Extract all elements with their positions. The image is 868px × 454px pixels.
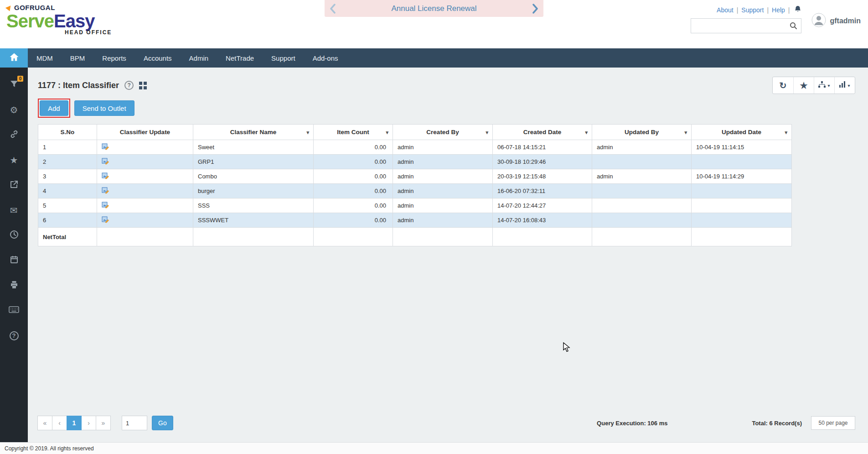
nav-item-reports[interactable]: Reports xyxy=(93,48,135,68)
cell-created-by: admin xyxy=(393,198,493,213)
wordmark-easy: Easy xyxy=(54,11,94,31)
nav-item-bpm[interactable]: BPM xyxy=(62,48,94,68)
next-page-button[interactable]: › xyxy=(81,416,96,430)
sort-caret-icon[interactable]: ▾ xyxy=(386,129,388,135)
hierarchy-view-button[interactable]: ▾ xyxy=(814,77,834,94)
column-header-created-by[interactable]: Created By▾ xyxy=(393,125,493,140)
cell-sno: 3 xyxy=(38,169,97,184)
cell-updated-date xyxy=(692,213,792,228)
add-button-highlight: Add xyxy=(38,99,70,118)
sort-caret-icon[interactable]: ▾ xyxy=(306,129,309,135)
cell-updated-date xyxy=(692,198,792,213)
sort-caret-icon[interactable]: ▾ xyxy=(785,129,787,135)
table-header-row: S.No Classifier Update Classifier Name▾ … xyxy=(38,125,792,140)
first-page-button[interactable]: « xyxy=(37,416,52,430)
print-button[interactable] xyxy=(0,273,28,298)
cell-classifier-name: Sweet xyxy=(193,140,314,155)
classifier-update-icon[interactable] xyxy=(102,172,109,179)
classifier-update-icon[interactable] xyxy=(102,201,109,209)
cell-updated-date xyxy=(692,184,792,198)
cell-created-by: admin xyxy=(393,155,493,169)
nav-item-admin[interactable]: Admin xyxy=(181,48,217,68)
help-link[interactable]: Help xyxy=(772,6,785,14)
classifier-update-icon[interactable] xyxy=(102,216,109,223)
top-header: GOFRUGAL ServeEasy HEAD OFFICE Annual Li… xyxy=(0,0,868,48)
cell-created-date: 14-07-20 16:08:43 xyxy=(493,213,592,228)
cell-empty xyxy=(193,228,314,246)
per-page-select[interactable]: 50 per page xyxy=(811,416,855,430)
classifier-update-icon[interactable] xyxy=(102,143,109,150)
link-separator: | xyxy=(767,6,769,14)
current-page-button[interactable]: 1 xyxy=(67,416,82,430)
table-row[interactable]: 3 Combo 0.00 admin 20-03-19 12:15:48 adm… xyxy=(38,169,792,184)
chart-view-button[interactable]: ▾ xyxy=(834,77,855,94)
column-header-created-date[interactable]: Created Date▾ xyxy=(493,125,592,140)
search-input[interactable] xyxy=(695,22,790,29)
classifier-update-icon[interactable] xyxy=(102,187,109,194)
links-button[interactable] xyxy=(0,122,28,147)
user-menu[interactable]: gftadmin xyxy=(811,13,861,29)
column-header-updated-date[interactable]: Updated Date▾ xyxy=(692,125,792,140)
total-records-label: Total: 6 Record(s) xyxy=(752,420,802,427)
refresh-button[interactable]: ↻ xyxy=(773,77,793,94)
page-help-icon[interactable]: ? xyxy=(124,81,134,90)
column-label: Updated By xyxy=(625,129,659,136)
cell-empty xyxy=(493,228,592,246)
table-row[interactable]: 6 SSSWWET 0.00 admin 14-07-20 16:08:43 xyxy=(38,213,792,228)
table-row[interactable]: 4 burger 0.00 admin 16-06-20 07:32:11 xyxy=(38,184,792,198)
column-header-classifier-name[interactable]: Classifier Name▾ xyxy=(193,125,314,140)
help-button[interactable]: ? xyxy=(0,323,28,348)
nav-item-addons[interactable]: Add-ons xyxy=(304,48,347,68)
share-button[interactable] xyxy=(0,172,28,198)
cell-classifier-update xyxy=(97,155,193,169)
cell-updated-by xyxy=(592,213,692,228)
support-link[interactable]: Support xyxy=(741,6,764,14)
column-header-updated-by[interactable]: Updated By▾ xyxy=(592,125,692,140)
sort-caret-icon[interactable]: ▾ xyxy=(486,129,488,135)
top-links: About | Support | Help | xyxy=(717,5,801,15)
mail-button[interactable]: ✉ xyxy=(0,198,28,223)
username-label: gftadmin xyxy=(830,17,861,25)
last-page-button[interactable]: » xyxy=(96,416,111,430)
export-button[interactable] xyxy=(0,248,28,273)
settings-button[interactable]: ⚙ xyxy=(0,97,28,122)
home-button[interactable] xyxy=(0,48,28,68)
favorite-button[interactable]: ★ xyxy=(793,77,814,94)
nav-item-nettrade[interactable]: NetTrade xyxy=(217,48,263,68)
classifier-update-icon[interactable] xyxy=(102,157,109,165)
column-header-item-count[interactable]: Item Count▾ xyxy=(314,125,393,140)
sort-caret-icon[interactable]: ▾ xyxy=(585,129,588,135)
banner-next-icon[interactable] xyxy=(532,4,538,14)
table-row[interactable]: 5 SSS 0.00 admin 14-07-20 12:44:27 xyxy=(38,198,792,213)
cell-classifier-update xyxy=(97,169,193,184)
page-grid-icon[interactable] xyxy=(139,82,147,89)
print-icon xyxy=(10,280,19,291)
sort-caret-icon[interactable]: ▾ xyxy=(684,129,687,135)
net-total-row: NetTotal xyxy=(38,228,792,246)
banner-prev-icon[interactable] xyxy=(330,4,336,14)
cell-item-count: 0.00 xyxy=(314,140,393,155)
prev-page-button[interactable]: ‹ xyxy=(52,416,67,430)
favorites-button[interactable]: ★ xyxy=(0,147,28,172)
history-button[interactable] xyxy=(0,223,28,248)
banner-text[interactable]: Annual License Renewal xyxy=(336,4,532,13)
send-to-outlet-button[interactable]: Send to Outlet xyxy=(74,100,134,116)
shortcuts-button[interactable] xyxy=(0,298,28,323)
table-row[interactable]: 2 GRP1 0.00 admin 30-09-18 10:29:46 xyxy=(38,155,792,169)
filter-button[interactable]: 0 xyxy=(0,72,28,97)
nav-item-support[interactable]: Support xyxy=(263,48,304,68)
cell-classifier-update xyxy=(97,184,193,198)
go-button[interactable]: Go xyxy=(152,416,173,430)
nav-item-mdm[interactable]: MDM xyxy=(28,48,62,68)
about-link[interactable]: About xyxy=(717,6,734,14)
notification-bell-icon[interactable] xyxy=(794,5,801,15)
cell-item-count: 0.00 xyxy=(314,184,393,198)
cell-item-count: 0.00 xyxy=(314,169,393,184)
nav-item-accounts[interactable]: Accounts xyxy=(135,48,181,68)
cell-updated-date xyxy=(692,155,792,169)
cell-empty xyxy=(393,228,493,246)
page-number-input[interactable] xyxy=(122,416,147,430)
add-button[interactable]: Add xyxy=(40,100,68,116)
table-row[interactable]: 1 Sweet 0.00 admin 06-07-18 14:15:21 adm… xyxy=(38,140,792,155)
search-icon[interactable] xyxy=(790,22,797,30)
